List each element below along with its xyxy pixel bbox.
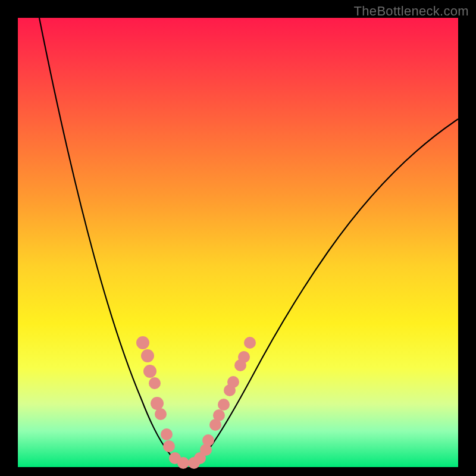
watermark-text: TheBottleneck.com [354, 4, 469, 19]
data-point [238, 351, 250, 363]
left-curve [39, 18, 178, 464]
data-point [227, 376, 239, 388]
data-point [149, 377, 161, 389]
data-point [163, 440, 175, 452]
data-point [244, 337, 256, 349]
data-point [218, 399, 230, 411]
chart-svg [18, 18, 458, 467]
data-point [213, 409, 225, 421]
data-point [155, 408, 167, 420]
right-curve [196, 119, 458, 464]
data-point [161, 428, 173, 440]
data-point [143, 365, 156, 378]
data-point [136, 336, 149, 349]
data-point [202, 434, 214, 446]
data-point [141, 349, 154, 362]
chart-frame [18, 18, 458, 467]
data-point [151, 397, 164, 410]
data-point [177, 457, 189, 469]
